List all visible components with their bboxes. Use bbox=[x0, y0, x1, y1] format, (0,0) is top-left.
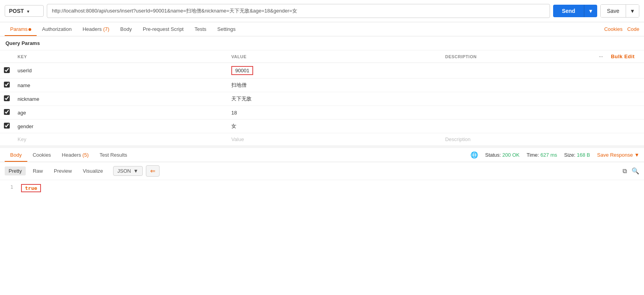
format-select[interactable]: JSON ▼ bbox=[113, 166, 143, 176]
param-key-cell: age bbox=[14, 106, 227, 120]
param-key-cell: gender bbox=[14, 120, 227, 133]
view-preview-button[interactable]: Preview bbox=[50, 166, 76, 175]
param-key: name bbox=[18, 82, 30, 88]
param-key: userId bbox=[18, 68, 32, 73]
send-button[interactable]: Send bbox=[553, 5, 584, 17]
response-tab-body[interactable]: Body bbox=[5, 148, 27, 162]
param-checkbox[interactable] bbox=[4, 109, 10, 115]
save-response-button[interactable]: Save Response ▼ bbox=[597, 152, 639, 158]
param-dots-cell bbox=[595, 106, 607, 120]
tab-headers[interactable]: Headers (7) bbox=[77, 22, 115, 36]
copy-button[interactable]: ⧉ bbox=[623, 167, 627, 175]
params-placeholder-row: Key Value Description bbox=[0, 133, 644, 146]
placeholder-desc-cell: Description bbox=[441, 133, 595, 146]
save-dropdown-button[interactable]: ▼ bbox=[626, 5, 639, 17]
save-button-group: Save ▼ bbox=[600, 4, 639, 18]
view-pretty-button[interactable]: Pretty bbox=[5, 166, 26, 175]
param-extra-cell bbox=[607, 120, 644, 133]
placeholder-key: Key bbox=[18, 136, 26, 142]
send-dropdown-button[interactable]: ▼ bbox=[584, 5, 597, 17]
send-button-group: Send ▼ bbox=[553, 5, 597, 17]
bulk-edit-col-header: Bulk Edit bbox=[607, 50, 644, 63]
response-tab-test-results[interactable]: Test Results bbox=[94, 148, 133, 162]
code-area: 1 true bbox=[0, 180, 644, 196]
search-button[interactable]: 🔍 bbox=[632, 167, 639, 175]
format-chevron-icon: ▼ bbox=[133, 168, 138, 174]
wrap-button[interactable]: ⇐ bbox=[146, 165, 160, 177]
tab-settings-label: Settings bbox=[217, 26, 236, 32]
checkbox-cell[interactable] bbox=[0, 106, 14, 120]
url-bar[interactable]: http://localhost:8080/api/users/insert?u… bbox=[47, 4, 550, 18]
param-extra-cell bbox=[607, 106, 644, 120]
cookies-link[interactable]: Cookies bbox=[604, 22, 623, 36]
tab-prerequest-label: Pre-request Script bbox=[143, 26, 184, 32]
response-tab-cookies[interactable]: Cookies bbox=[27, 148, 57, 162]
format-label: JSON bbox=[117, 168, 131, 174]
time-text-label: Time: bbox=[527, 152, 539, 158]
param-checkbox[interactable] bbox=[4, 95, 10, 101]
tab-body-label: Body bbox=[120, 26, 132, 32]
checkbox-cell[interactable] bbox=[0, 120, 14, 133]
placeholder-bulkedit-cell bbox=[607, 133, 644, 146]
bulk-edit-button[interactable]: Bulk Edit bbox=[611, 54, 640, 59]
param-key: nickname bbox=[18, 96, 39, 102]
view-visualize-button[interactable]: Visualize bbox=[79, 166, 107, 175]
param-dots-cell bbox=[595, 63, 607, 79]
table-row: name扫地僧 bbox=[0, 79, 644, 92]
placeholder-value: Value bbox=[231, 136, 244, 142]
response-right-icons: ⧉ 🔍 bbox=[623, 167, 639, 175]
param-value-highlighted: 90001 bbox=[231, 66, 253, 75]
param-value-cell: 女 bbox=[227, 120, 441, 133]
desc-col-header: DESCRIPTION bbox=[441, 50, 595, 63]
tab-params-label: Params bbox=[10, 26, 28, 32]
response-tabs-bar: Body Cookies Headers (5) Test Results 🌐 … bbox=[0, 148, 644, 162]
param-key: gender bbox=[18, 123, 33, 129]
tab-body[interactable]: Body bbox=[115, 22, 137, 36]
param-key: age bbox=[18, 110, 26, 116]
param-dots-cell bbox=[595, 92, 607, 106]
placeholder-desc: Description bbox=[445, 136, 470, 142]
code-link[interactable]: Code bbox=[627, 22, 639, 36]
code-content: true bbox=[21, 184, 41, 192]
save-button[interactable]: Save bbox=[601, 5, 626, 17]
param-desc-cell bbox=[441, 63, 595, 79]
placeholder-dots-cell bbox=[595, 133, 607, 146]
top-bar: POST http://localhost:8080/api/users/ins… bbox=[0, 0, 644, 22]
tab-authorization[interactable]: Authorization bbox=[37, 22, 77, 36]
param-key-cell: nickname bbox=[14, 92, 227, 106]
status-text-label: Status: bbox=[485, 152, 501, 158]
tab-params[interactable]: Params bbox=[5, 22, 37, 36]
value-col-header: VALUE bbox=[227, 50, 441, 63]
method-select[interactable]: POST bbox=[5, 5, 44, 17]
param-extra-cell bbox=[607, 79, 644, 92]
param-key-cell: name bbox=[14, 79, 227, 92]
time-label: Time: 627 ms bbox=[527, 152, 557, 158]
param-value: 扫地僧 bbox=[231, 82, 247, 88]
wrap-icon: ⇐ bbox=[150, 168, 155, 174]
dots-col-header: ··· bbox=[595, 50, 607, 63]
tab-settings[interactable]: Settings bbox=[212, 22, 241, 36]
view-raw-button[interactable]: Raw bbox=[29, 166, 47, 175]
param-checkbox[interactable] bbox=[4, 123, 10, 129]
response-tab-headers[interactable]: Headers (5) bbox=[57, 148, 94, 162]
tab-prerequest[interactable]: Pre-request Script bbox=[137, 22, 189, 36]
response-tab-headers-label: Headers (5) bbox=[62, 152, 89, 158]
line-numbers: 1 bbox=[5, 184, 13, 192]
size-text-label: Size: bbox=[564, 152, 575, 158]
tab-tests[interactable]: Tests bbox=[189, 22, 212, 36]
headers-count: (7) bbox=[103, 26, 109, 32]
checkbox-cell[interactable] bbox=[0, 92, 14, 106]
param-dots-cell bbox=[595, 79, 607, 92]
param-checkbox[interactable] bbox=[4, 82, 10, 88]
query-params-header: Query Params bbox=[0, 36, 644, 50]
checkbox-cell[interactable] bbox=[0, 63, 14, 79]
checkbox-cell[interactable] bbox=[0, 79, 14, 92]
param-value-cell: 18 bbox=[227, 106, 441, 120]
param-desc-cell bbox=[441, 106, 595, 120]
param-checkbox[interactable] bbox=[4, 67, 10, 73]
response-tab-body-label: Body bbox=[10, 152, 22, 158]
param-value: 天下无敌 bbox=[231, 96, 252, 102]
placeholder-value-cell: Value bbox=[227, 133, 441, 146]
tab-tests-label: Tests bbox=[195, 26, 206, 32]
placeholder-key-cell: Key bbox=[14, 133, 227, 146]
